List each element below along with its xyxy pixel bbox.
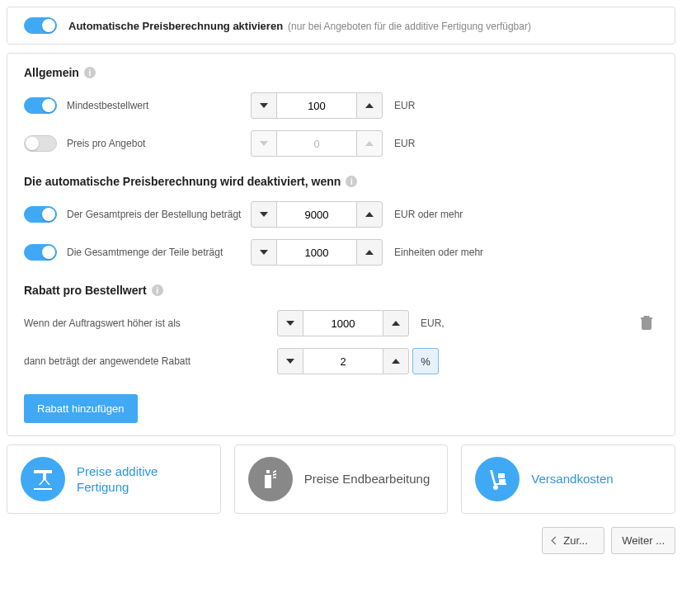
discount-rate-label: dann beträgt der angewendete Rabatt bbox=[24, 355, 190, 367]
price-per-offer-spinner bbox=[251, 130, 383, 157]
activate-auto-pricing-toggle[interactable] bbox=[24, 17, 57, 34]
activate-hint: (nur bei Angeboten für die additive Fert… bbox=[288, 21, 531, 32]
row-discount-rate: dann beträgt der angewendete Rabatt % bbox=[24, 348, 658, 374]
discount-rate-decrement[interactable] bbox=[277, 348, 303, 374]
discount-threshold-increment[interactable] bbox=[383, 310, 409, 336]
discount-threshold-label: Wenn der Auftragswert höher ist als bbox=[24, 317, 181, 329]
info-icon[interactable]: i bbox=[152, 284, 163, 296]
min-order-label: Mindestbestellwert bbox=[67, 100, 148, 111]
price-per-offer-unit: EUR bbox=[394, 138, 415, 149]
min-order-decrement[interactable] bbox=[251, 92, 277, 119]
discount-rate-unit[interactable]: % bbox=[412, 348, 439, 374]
activation-panel: Automatische Preisberechnung aktivieren … bbox=[7, 7, 675, 45]
card-shipping-title: Versandkosten bbox=[531, 471, 613, 487]
total-qty-increment[interactable] bbox=[356, 239, 383, 266]
hand-truck-icon bbox=[475, 457, 520, 501]
footer-nav: Zur... Weiter ... bbox=[7, 527, 675, 554]
spray-can-icon bbox=[248, 457, 293, 501]
card-finishing-title: Preise Endbearbeitung bbox=[304, 471, 430, 487]
additive-manufacturing-icon bbox=[21, 457, 65, 501]
pricing-cards: Preise additive Fertigung Preise Endbear… bbox=[7, 444, 675, 514]
row-total-price: Der Gesamtpreis der Bestellung beträgt E… bbox=[24, 201, 658, 228]
section-general-label: Allgemein bbox=[24, 66, 79, 79]
card-additive-pricing[interactable]: Preise additive Fertigung bbox=[7, 444, 221, 514]
total-qty-toggle[interactable] bbox=[24, 244, 57, 261]
row-min-order: Mindestbestellwert EUR bbox=[24, 92, 658, 119]
info-icon[interactable]: i bbox=[346, 176, 357, 187]
chevron-left-icon bbox=[552, 537, 560, 545]
next-button-label: Weiter ... bbox=[622, 534, 665, 547]
total-qty-unit: Einheiten oder mehr bbox=[394, 247, 483, 258]
section-deactivate-heading: Die automatische Preisberechnung wird de… bbox=[24, 175, 658, 188]
total-price-unit: EUR oder mehr bbox=[394, 209, 463, 220]
min-order-increment[interactable] bbox=[356, 92, 383, 119]
row-discount-threshold: Wenn der Auftragswert höher ist als EUR, bbox=[24, 310, 658, 336]
section-general-heading: Allgemein i bbox=[24, 66, 658, 79]
section-discount-heading: Rabatt pro Bestellwert i bbox=[24, 284, 658, 297]
price-per-offer-toggle[interactable] bbox=[24, 135, 57, 152]
discount-rate-spinner bbox=[277, 348, 409, 374]
total-qty-input[interactable] bbox=[277, 239, 356, 266]
total-price-decrement[interactable] bbox=[251, 201, 277, 228]
back-button-label: Zur... bbox=[563, 534, 588, 547]
total-qty-decrement[interactable] bbox=[251, 239, 277, 266]
card-finishing-pricing[interactable]: Preise Endbearbeitung bbox=[234, 444, 449, 514]
discount-threshold-unit: EUR, bbox=[421, 317, 444, 329]
min-order-unit: EUR bbox=[394, 100, 415, 111]
price-per-offer-label: Preis pro Angebot bbox=[67, 138, 145, 149]
price-per-offer-decrement bbox=[251, 130, 277, 157]
total-price-label: Der Gesamtpreis der Bestellung beträgt bbox=[67, 209, 241, 220]
discount-rate-input[interactable] bbox=[303, 348, 383, 374]
total-qty-spinner bbox=[251, 239, 383, 266]
row-total-qty: Die Gesamtmenge der Teile beträgt Einhei… bbox=[24, 239, 658, 266]
total-price-toggle[interactable] bbox=[24, 206, 57, 223]
discount-threshold-decrement[interactable] bbox=[277, 310, 303, 336]
row-price-per-offer: Preis pro Angebot EUR bbox=[24, 130, 658, 157]
section-discount-label: Rabatt pro Bestellwert bbox=[24, 284, 147, 297]
card-shipping-cost[interactable]: Versandkosten bbox=[461, 444, 675, 514]
min-order-spinner bbox=[251, 92, 383, 119]
add-discount-button[interactable]: Rabatt hinzufügen bbox=[24, 394, 138, 423]
total-price-increment[interactable] bbox=[356, 201, 383, 228]
total-price-input[interactable] bbox=[277, 201, 356, 228]
info-icon[interactable]: i bbox=[84, 67, 96, 78]
delete-discount-icon[interactable] bbox=[640, 315, 658, 332]
back-button[interactable]: Zur... bbox=[542, 527, 604, 554]
price-per-offer-input bbox=[277, 130, 356, 157]
min-order-input[interactable] bbox=[277, 92, 356, 119]
section-deactivate-label: Die automatische Preisberechnung wird de… bbox=[24, 175, 341, 188]
total-qty-label: Die Gesamtmenge der Teile beträgt bbox=[67, 247, 223, 258]
price-per-offer-increment bbox=[356, 130, 383, 157]
discount-rate-increment[interactable] bbox=[383, 348, 409, 374]
activate-auto-pricing-label: Automatische Preisberechnung aktivieren … bbox=[68, 20, 531, 32]
discount-threshold-input[interactable] bbox=[303, 310, 383, 336]
discount-threshold-spinner bbox=[277, 310, 409, 336]
settings-panel: Allgemein i Mindestbestellwert EUR Preis… bbox=[7, 53, 675, 436]
min-order-toggle[interactable] bbox=[24, 97, 57, 114]
total-price-spinner bbox=[251, 201, 383, 228]
next-button[interactable]: Weiter ... bbox=[611, 527, 675, 554]
card-additive-title: Preise additive Fertigung bbox=[77, 463, 207, 496]
activate-title: Automatische Preisberechnung aktivieren bbox=[68, 20, 283, 32]
